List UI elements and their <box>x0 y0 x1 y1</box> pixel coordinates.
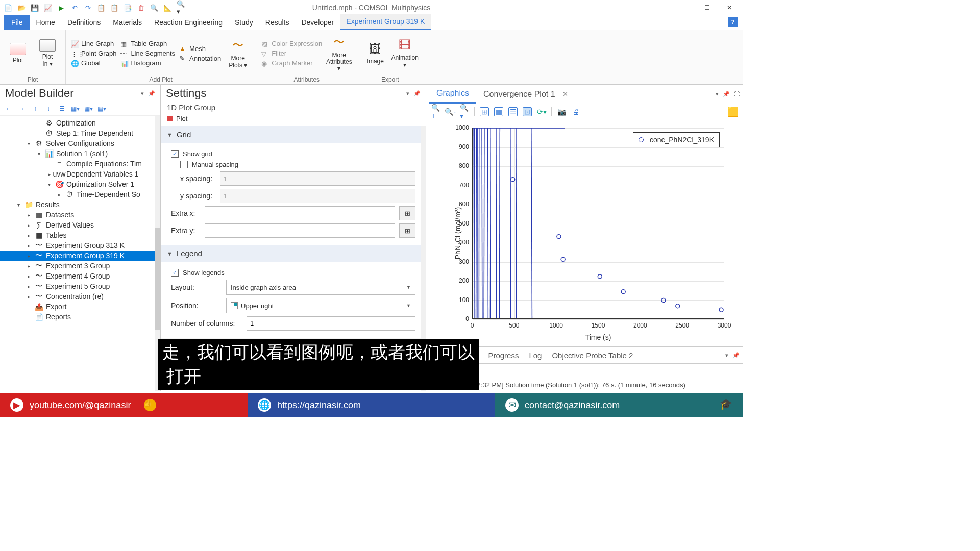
tool3-icon[interactable]: ▦▾ <box>97 104 106 113</box>
tree-toggle[interactable]: ▸ <box>56 192 62 197</box>
tree-item[interactable]: ▸〜Experiment 5 Group <box>0 281 160 291</box>
extra-y-input[interactable] <box>205 223 395 238</box>
settings-scrollbar[interactable] <box>421 126 426 391</box>
undo-icon[interactable]: ↶ <box>70 4 79 12</box>
tree-item[interactable]: ▸⏱Time-Dependent So <box>0 189 160 199</box>
tab-close-icon[interactable]: ✕ <box>559 90 571 98</box>
plot-area[interactable]: conc_PhN2Cl_319K010020030040050060070080… <box>426 119 743 346</box>
annotation-button[interactable]: ✎Annotation <box>179 55 221 62</box>
tree-item[interactable]: ⚙Optimization <box>0 118 160 128</box>
section-number-format-header[interactable]: ▶ Number Format <box>161 338 426 355</box>
tree-toggle[interactable]: ▸ <box>26 284 32 289</box>
collapse-all-icon[interactable]: ☰ <box>57 104 66 113</box>
pin-icon[interactable]: 📌 <box>148 90 155 97</box>
tree-toggle[interactable]: ▸ <box>26 273 32 279</box>
search-icon[interactable]: 🔍 <box>150 4 158 12</box>
run-icon[interactable]: ▶ <box>57 4 65 12</box>
graph-icon[interactable]: 📈 <box>44 4 52 12</box>
global-button[interactable]: 🌐Global <box>71 59 116 67</box>
tree-item[interactable]: ▾📊Solution 1 (sol1) <box>0 148 160 159</box>
tree-item[interactable]: 📄Reports <box>0 312 160 322</box>
histogram-button[interactable]: 📊Histogram <box>120 59 175 67</box>
tab-objective[interactable]: Objective Probe Table 2 <box>547 348 638 363</box>
tree-toggle[interactable]: ▸ <box>26 294 32 299</box>
zoom-dropdown-icon[interactable]: 🔍▾ <box>177 4 185 12</box>
tree-item[interactable]: 📤Export <box>0 302 160 312</box>
tree-item[interactable]: ▾⚙Solver Configurations <box>0 138 160 148</box>
tree-toggle[interactable]: ▾ <box>15 202 21 208</box>
tree-item[interactable]: ▸uvwDependent Variables 1 <box>0 169 160 179</box>
menu-reaction-engineering[interactable]: Reaction Engineering <box>148 15 229 30</box>
menu-definitions[interactable]: Definitions <box>61 15 107 30</box>
pin-icon[interactable]: 📌 <box>413 90 421 97</box>
collapse-icon[interactable]: ▾ <box>725 352 728 359</box>
collapse-icon[interactable]: ▾ <box>406 90 409 97</box>
extra-y-range-button[interactable]: ⊞ <box>399 223 415 238</box>
image-export-button[interactable]: 🖼 Image <box>362 42 388 65</box>
tree-item[interactable]: ▸〜Experiment 4 Group <box>0 271 160 281</box>
minimize-button[interactable]: ─ <box>679 3 690 13</box>
tree-item[interactable]: ▸▦Tables <box>0 230 160 240</box>
plot-action-button[interactable]: Plot <box>176 115 187 122</box>
pin-icon[interactable]: 📌 <box>732 352 740 359</box>
menu-home[interactable]: Home <box>30 15 61 30</box>
footer-email[interactable]: ✉ contact@qazinasir.com <box>495 393 743 417</box>
tab-log[interactable]: Log <box>524 348 547 363</box>
back-icon[interactable]: ← <box>4 104 13 113</box>
menu-results[interactable]: Results <box>259 15 296 30</box>
refresh-icon[interactable]: ⟳▾ <box>537 107 546 116</box>
tree-toggle[interactable]: ▸ <box>26 233 32 238</box>
tree-item[interactable]: ▸∑Derived Values <box>0 220 160 230</box>
view-2-icon[interactable]: ▥ <box>494 107 503 116</box>
measure-icon[interactable]: 📐 <box>163 4 172 12</box>
more-plots-button[interactable]: 〜 MorePlots ▾ <box>225 38 251 68</box>
expand-icon[interactable]: ⛶ <box>734 91 740 97</box>
num-columns-input[interactable] <box>247 316 415 331</box>
tree-toggle[interactable]: ▾ <box>36 151 42 157</box>
up-icon[interactable]: ↑ <box>31 104 40 113</box>
tree-item[interactable]: ▸〜Experiment Group 313 K <box>0 240 160 251</box>
tree-item[interactable]: ▸〜Concentration (re) <box>0 291 160 302</box>
zoom-extents-icon[interactable]: 🔍▾ <box>460 107 469 116</box>
more-attributes-button[interactable]: 〜 MoreAttributes ▾ <box>326 35 352 72</box>
insert-icon[interactable]: 📑 <box>124 4 132 12</box>
tree-toggle[interactable]: ▾ <box>46 182 52 187</box>
menu-materials[interactable]: Materials <box>107 15 148 30</box>
tree-toggle[interactable]: ▸ <box>26 212 32 218</box>
maximize-button[interactable]: ☐ <box>702 3 712 13</box>
section-grid-header[interactable]: ▼ Grid <box>161 126 426 143</box>
open-icon[interactable]: 📂 <box>17 4 26 12</box>
line-graph-button[interactable]: 📈Line Graph <box>71 40 116 47</box>
mesh-button[interactable]: ▲Mesh <box>179 45 221 53</box>
section-legend-header[interactable]: ▼ Legend <box>161 245 426 262</box>
tree-toggle[interactable]: ▸ <box>26 222 32 228</box>
menu-developer[interactable]: Developer <box>295 15 340 30</box>
footer-website[interactable]: 🌐 https://qazinasir.com <box>248 393 495 417</box>
menu-experiment-group[interactable]: Experiment Group 319 K <box>340 14 431 30</box>
tab-close-messages[interactable]: ✕ <box>471 352 483 359</box>
view-3-icon[interactable]: ☰ <box>508 107 518 116</box>
extra-x-input[interactable] <box>205 206 395 220</box>
tree-item[interactable]: ▸〜Experiment 3 Group <box>0 261 160 271</box>
file-menu[interactable]: File <box>4 15 30 30</box>
cube-icon[interactable]: 🟨 <box>728 107 738 116</box>
help-icon[interactable]: ? <box>728 17 738 27</box>
tree-toggle[interactable]: ▸ <box>26 263 32 269</box>
tree-scroll-thumb[interactable] <box>155 228 160 330</box>
paste-icon[interactable]: 📋 <box>110 4 118 12</box>
print-icon[interactable]: 🖨 <box>571 107 580 116</box>
tree-toggle[interactable]: ▸ <box>46 171 52 177</box>
plot-button[interactable]: Plot <box>5 43 31 64</box>
copy-icon[interactable]: 📋 <box>97 4 105 12</box>
down-icon[interactable]: ↓ <box>44 104 53 113</box>
tab-messages[interactable]: Messages <box>429 347 474 363</box>
view-1-icon[interactable]: ⊞ <box>480 107 489 116</box>
plot-in-button[interactable]: PlotIn ▾ <box>35 39 60 67</box>
tree-toggle[interactable]: ▸ <box>26 253 32 259</box>
delete-icon[interactable]: 🗑 <box>137 4 145 12</box>
table-graph-button[interactable]: ▦Table Graph <box>120 40 175 47</box>
tree-toggle[interactable]: ▸ <box>26 243 32 248</box>
extra-x-range-button[interactable]: ⊞ <box>399 206 415 220</box>
new-icon[interactable]: 📄 <box>4 4 12 12</box>
tool2-icon[interactable]: ▦▾ <box>84 104 93 113</box>
